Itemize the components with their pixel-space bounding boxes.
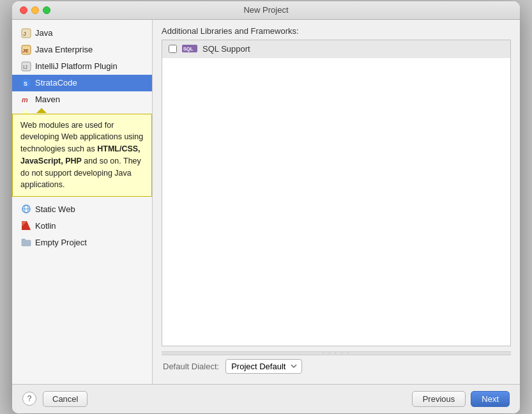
sidebar-item-maven-label: Maven [35, 95, 60, 104]
maximize-button[interactable] [43, 6, 50, 14]
web-icon [21, 204, 31, 214]
close-button[interactable] [20, 6, 27, 14]
kotlin-icon [21, 220, 31, 231]
bottom-left: ? Cancel [22, 391, 87, 407]
right-panel: Additional Libraries and Frameworks: SQL… [153, 20, 520, 384]
sidebar-item-static-web[interactable]: Static Web [12, 201, 152, 217]
intellij-icon: IJ [21, 61, 31, 72]
svg-text:JE: JE [22, 48, 29, 54]
folder-icon [21, 237, 31, 247]
sidebar-item-maven[interactable]: m Maven [12, 91, 152, 108]
java-icon: J [21, 28, 31, 38]
dialect-select[interactable]: Project Default MySQL PostgreSQL SQLite … [225, 359, 302, 374]
svg-text:IJ: IJ [23, 64, 27, 70]
sidebar-item-static-web-label: Static Web [35, 204, 75, 214]
left-panel: J Java JE Java Enterprise IJ IntelliJ Pl… [12, 20, 153, 384]
new-project-dialog: New Project J Java JE Java Enterprise IJ [12, 1, 520, 413]
libraries-box: SQL SQL Support [162, 40, 511, 346]
help-button[interactable]: ? [22, 392, 36, 406]
sidebar-item-je-label: Java Enterprise [35, 45, 93, 54]
traffic-lights [20, 6, 50, 14]
sql-icon: SQL [182, 43, 197, 55]
sidebar-item-kotlin-label: Kotlin [35, 221, 56, 231]
sidebar-item-empty-project[interactable]: Empty Project [12, 234, 152, 250]
sidebar-item-java-enterprise[interactable]: JE Java Enterprise [12, 42, 152, 58]
minimize-button[interactable] [31, 6, 39, 14]
svg-text:S: S [24, 80, 27, 87]
sidebar-item-empty-project-label: Empty Project [35, 238, 87, 247]
sidebar-item-intellij-plugin[interactable]: IJ IntelliJ Platform Plugin [12, 58, 152, 75]
bottom-bar: ? Cancel Previous Next [12, 384, 520, 413]
previous-button[interactable]: Previous [412, 391, 466, 407]
cancel-button[interactable]: Cancel [43, 391, 87, 407]
stratacode-icon: S [21, 78, 31, 88]
dialect-label: Default Dialect: [163, 362, 219, 371]
sql-support-item: SQL SQL Support [162, 40, 510, 58]
maven-icon: m [21, 95, 31, 105]
title-bar: New Project [12, 1, 520, 20]
libraries-label: Additional Libraries and Frameworks: [162, 26, 511, 36]
bottom-right: Previous Next [412, 391, 510, 407]
tooltip-text: Web modules are used for developing Web … [20, 121, 143, 190]
svg-text:m: m [22, 96, 28, 103]
tooltip-box: Web modules are used for developing Web … [12, 114, 152, 197]
sidebar-item-java-label: Java [35, 28, 52, 38]
main-content: J Java JE Java Enterprise IJ IntelliJ Pl… [12, 20, 520, 384]
tooltip-arrow-inner [21, 109, 30, 114]
sidebar-item-sc-label: StrataCode [35, 78, 77, 88]
svg-text:SQL: SQL [183, 46, 194, 52]
window-title: New Project [243, 5, 288, 15]
tooltip-wrapper: Web modules are used for developing Web … [12, 108, 152, 197]
sidebar-item-kotlin[interactable]: Kotlin [12, 217, 152, 234]
sql-support-checkbox[interactable] [169, 45, 177, 53]
dialect-row: Default Dialect: Project Default MySQL P… [162, 355, 511, 378]
sidebar-item-java[interactable]: J Java [12, 25, 152, 42]
svg-text:J: J [23, 31, 26, 37]
sidebar-item-ij-label: IntelliJ Platform Plugin [35, 61, 118, 71]
java-enterprise-icon: JE [21, 45, 31, 55]
sidebar-item-stratacode[interactable]: S StrataCode [12, 75, 152, 91]
next-button[interactable]: Next [471, 391, 510, 407]
sql-support-label: SQL Support [202, 44, 250, 54]
